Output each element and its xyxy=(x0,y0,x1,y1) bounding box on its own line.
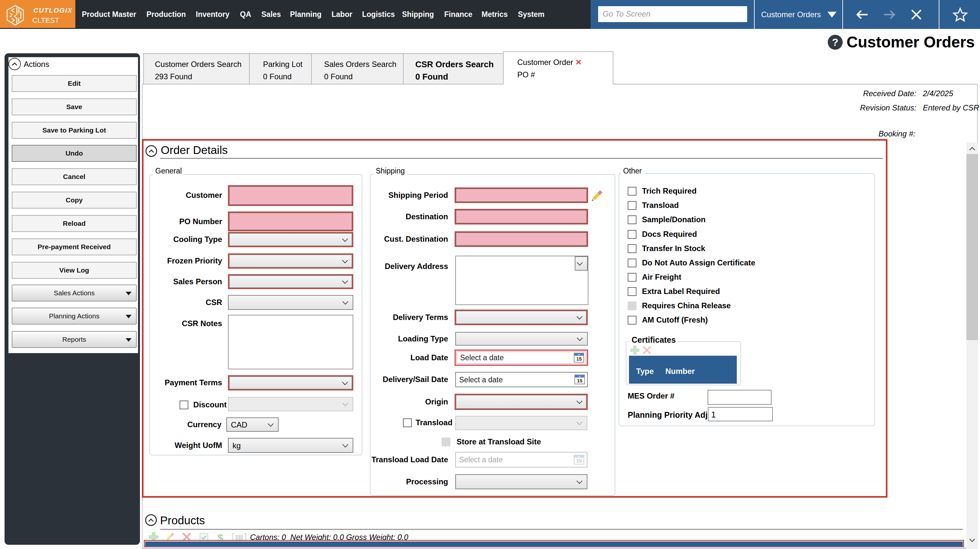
svg-text:15: 15 xyxy=(576,356,582,362)
svg-text:15: 15 xyxy=(576,458,582,464)
svg-text:15: 15 xyxy=(577,378,582,383)
